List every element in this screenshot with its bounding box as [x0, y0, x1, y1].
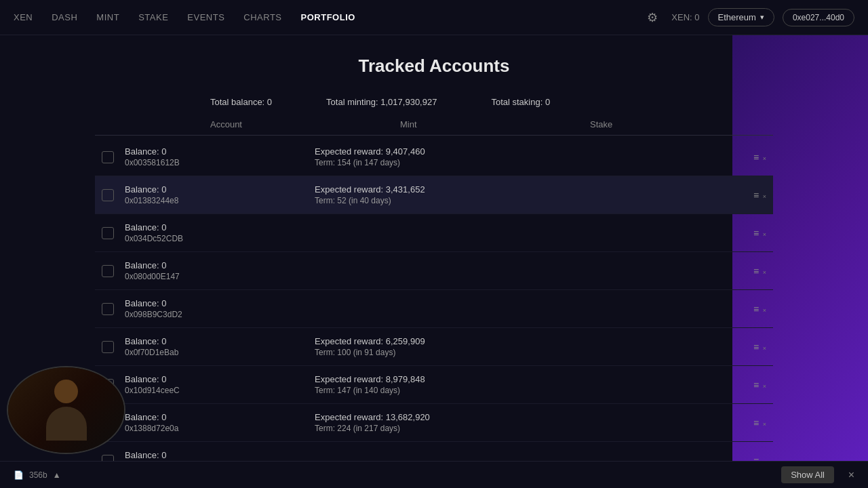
action-menu-icon[interactable]: ≡ × [753, 379, 766, 391]
total-minting: Total minting: 1,017,930,927 [326, 97, 437, 107]
navbar: XENDASHMINTSTAKEEVENTSCHARTSPORTFOLIO ⚙ … [0, 0, 868, 35]
account-info: Balance: 0 0x003581612B [125, 146, 260, 167]
mint-info: Expected reward: 3,431,652 Term: 52 (in … [315, 184, 464, 205]
nav-item-dash[interactable]: DASH [52, 9, 77, 25]
mint-reward: Expected reward: 6,259,909 [315, 336, 464, 346]
row-actions[interactable]: ≡ × [753, 189, 766, 201]
mint-term: Term: 52 (in 40 days) [315, 196, 464, 205]
nav-right: ⚙ XEN: 0 Ethereum 0xe027...40d0 [642, 7, 854, 28]
account-address: 0x034Dc52CDB [125, 234, 260, 243]
page-title: Tracked Accounts [95, 56, 773, 77]
account-row[interactable]: Balance: 0 0x01383244e8 Expected reward:… [95, 176, 773, 214]
action-menu-icon[interactable]: ≡ × [753, 227, 766, 239]
row-actions[interactable]: ≡ × [753, 265, 766, 277]
account-info: Balance: 0 0x01383244e8 [125, 184, 260, 205]
person-silhouette [43, 380, 90, 441]
row-checkbox[interactable] [102, 265, 114, 277]
settings-icon[interactable]: ⚙ [642, 7, 663, 28]
xen-balance: XEN: 0 [671, 12, 699, 22]
row-actions[interactable]: ≡ × [753, 379, 766, 391]
bottom-close-button[interactable]: × [848, 469, 854, 481]
account-row[interactable]: Balance: 0 0x0f70D1eBab Expected reward:… [95, 328, 773, 366]
mint-info: Expected reward: 6,259,909 Term: 100 (in… [315, 336, 464, 357]
nav-item-portfolio[interactable]: PORTFOLIO [301, 9, 355, 25]
mint-info: Expected reward: 13,682,920 Term: 224 (i… [315, 412, 464, 433]
row-actions[interactable]: ≡ × [753, 417, 766, 429]
person-head [54, 380, 78, 403]
account-address: 0x003581612B [125, 158, 260, 167]
account-balance: Balance: 0 [125, 260, 260, 270]
action-menu-icon[interactable]: ≡ × [753, 265, 766, 277]
account-row[interactable]: Balance: 0 0x10d914ceeC Expected reward:… [95, 366, 773, 404]
account-info: Balance: 0 0x10d914ceeC [125, 374, 260, 395]
mint-reward: Expected reward: 9,407,460 [315, 146, 464, 157]
row-actions[interactable]: ≡ × [753, 151, 766, 163]
col-stake: Stake [590, 119, 726, 129]
account-address: 0x1388d72e0a [125, 424, 260, 433]
account-info: Balance: 0 0x034Dc52CDB [125, 222, 260, 243]
nav-item-events[interactable]: EVENTS [187, 9, 224, 25]
action-menu-icon[interactable]: ≡ × [753, 341, 766, 353]
row-actions[interactable]: ≡ × [753, 227, 766, 239]
account-row[interactable]: Balance: 0 0x1388d72e0a Expected reward:… [95, 404, 773, 442]
action-menu-icon[interactable]: ≡ × [753, 417, 766, 429]
row-checkbox[interactable] [102, 151, 114, 163]
account-info: Balance: 0 0x080d00E147 [125, 260, 260, 281]
account-balance: Balance: 0 [125, 450, 260, 460]
account-info: Balance: 0 0x1388d72e0a [125, 412, 260, 433]
account-address: 0x01383244e8 [125, 196, 260, 205]
col-mint: Mint [400, 119, 536, 129]
row-checkbox[interactable] [102, 341, 114, 353]
wallet-address: 0xe027...40d0 [783, 9, 854, 26]
account-address: 0x0f70D1eBab [125, 348, 260, 357]
account-row[interactable]: Balance: 0 0x003581612B Expected reward:… [95, 138, 773, 176]
account-balance: Balance: 0 [125, 374, 260, 384]
file-label: 356b [29, 470, 47, 480]
action-menu-icon[interactable]: ≡ × [753, 151, 766, 163]
show-all-button[interactable]: Show All [781, 466, 834, 483]
mint-term: Term: 147 (in 140 days) [315, 386, 464, 395]
action-menu-icon[interactable]: ≡ × [753, 189, 766, 201]
nav-item-mint[interactable]: MINT [96, 9, 119, 25]
row-checkbox[interactable] [102, 227, 114, 239]
nav-item-charts[interactable]: CHARTS [243, 9, 281, 25]
bottom-left: 📄 356b ▲ [14, 470, 61, 480]
file-icon: 📄 [14, 470, 24, 480]
mint-reward: Expected reward: 8,979,848 [315, 374, 464, 384]
mint-info: Expected reward: 9,407,460 Term: 154 (in… [315, 146, 464, 167]
mint-reward: Expected reward: 13,682,920 [315, 412, 464, 422]
account-row[interactable]: Balance: 0 0x098B9C3dD2 ≡ × [95, 290, 773, 328]
row-actions[interactable]: ≡ × [753, 303, 766, 315]
chevron-up-icon: ▲ [53, 470, 61, 480]
account-row[interactable]: Balance: 0 0x080d00E147 ≡ × [95, 252, 773, 290]
mint-term: Term: 154 (in 147 days) [315, 158, 464, 167]
account-address: 0x080d00E147 [125, 272, 260, 281]
account-balance: Balance: 0 [125, 222, 260, 232]
mint-term: Term: 100 (in 91 days) [315, 348, 464, 357]
col-account: Account [210, 119, 346, 129]
accounts-list: Balance: 0 0x003581612B Expected reward:… [95, 138, 773, 488]
account-address: 0x10d914ceeC [125, 386, 260, 395]
row-checkbox[interactable] [102, 189, 114, 201]
account-row[interactable]: Balance: 0 0x034Dc52CDB ≡ × [95, 214, 773, 252]
person-body [46, 407, 87, 441]
nav-item-stake[interactable]: STAKE [138, 9, 168, 25]
nav-item-xen[interactable]: XEN [14, 9, 33, 25]
row-actions[interactable]: ≡ × [753, 341, 766, 353]
account-balance: Balance: 0 [125, 412, 260, 422]
mint-info: Expected reward: 8,979,848 Term: 147 (in… [315, 374, 464, 395]
action-menu-icon[interactable]: ≡ × [753, 303, 766, 315]
network-button[interactable]: Ethereum [708, 8, 774, 26]
row-checkbox[interactable] [102, 303, 114, 315]
summary-row: Total balance: 0 Total minting: 1,017,93… [95, 97, 773, 107]
webcam-placeholder [8, 367, 124, 453]
bottom-bar: 📄 356b ▲ Show All × [0, 461, 868, 488]
main-content: Tracked Accounts Total balance: 0 Total … [68, 35, 800, 488]
account-balance: Balance: 0 [125, 184, 260, 195]
nav-items: XENDASHMINTSTAKEEVENTSCHARTSPORTFOLIO [14, 9, 642, 25]
total-staking: Total staking: 0 [491, 97, 550, 107]
mint-term: Term: 224 (in 217 days) [315, 424, 464, 433]
account-balance: Balance: 0 [125, 298, 260, 308]
account-info: Balance: 0 0x0f70D1eBab [125, 336, 260, 357]
webcam-overlay [7, 366, 125, 454]
